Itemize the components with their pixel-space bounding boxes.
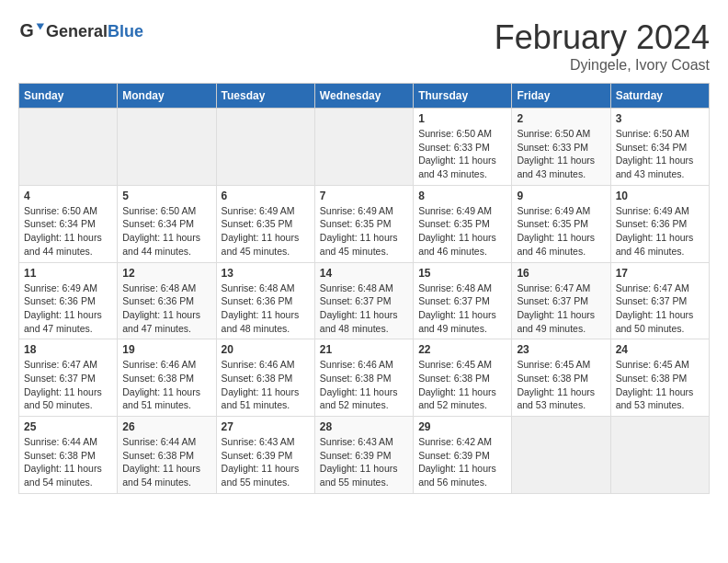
calendar-cell: 20Sunrise: 6:46 AM Sunset: 6:38 PM Dayli…	[216, 339, 314, 417]
calendar-cell: 26Sunrise: 6:44 AM Sunset: 6:38 PM Dayli…	[118, 417, 216, 494]
day-detail: Sunrise: 6:42 AM Sunset: 6:39 PM Dayligh…	[418, 435, 506, 489]
weekday-header: Wednesday	[314, 84, 413, 109]
day-number: 20	[222, 343, 310, 356]
day-detail: Sunrise: 6:49 AM Sunset: 6:35 PM Dayligh…	[320, 204, 408, 259]
day-detail: Sunrise: 6:49 AM Sunset: 6:35 PM Dayligh…	[517, 204, 605, 259]
calendar-week-row: 11Sunrise: 6:49 AM Sunset: 6:36 PM Dayli…	[19, 262, 710, 339]
day-number: 13	[222, 267, 310, 280]
calendar-cell: 18Sunrise: 6:47 AM Sunset: 6:37 PM Dayli…	[19, 339, 118, 417]
logo-icon: G	[18, 18, 44, 44]
calendar-cell: 5Sunrise: 6:50 AM Sunset: 6:34 PM Daylig…	[118, 185, 216, 262]
day-number: 28	[320, 420, 408, 433]
day-detail: Sunrise: 6:43 AM Sunset: 6:39 PM Dayligh…	[320, 435, 408, 489]
day-detail: Sunrise: 6:45 AM Sunset: 6:38 PM Dayligh…	[517, 358, 605, 412]
calendar-cell: 1Sunrise: 6:50 AM Sunset: 6:33 PM Daylig…	[414, 109, 512, 186]
day-detail: Sunrise: 6:47 AM Sunset: 6:37 PM Dayligh…	[24, 358, 112, 412]
logo: G GeneralBlue	[18, 18, 143, 44]
day-detail: Sunrise: 6:50 AM Sunset: 6:34 PM Dayligh…	[122, 204, 210, 259]
calendar-cell: 7Sunrise: 6:49 AM Sunset: 6:35 PM Daylig…	[314, 185, 413, 262]
calendar-cell: 6Sunrise: 6:49 AM Sunset: 6:35 PM Daylig…	[216, 185, 314, 262]
day-detail: Sunrise: 6:45 AM Sunset: 6:38 PM Dayligh…	[418, 358, 506, 412]
calendar-cell: 19Sunrise: 6:46 AM Sunset: 6:38 PM Dayli…	[118, 339, 216, 417]
day-number: 19	[122, 343, 210, 356]
day-number: 21	[320, 343, 408, 356]
day-number: 4	[24, 190, 112, 202]
day-number: 2	[517, 112, 605, 125]
calendar-week-row: 18Sunrise: 6:47 AM Sunset: 6:37 PM Dayli…	[19, 339, 710, 417]
day-detail: Sunrise: 6:48 AM Sunset: 6:36 PM Dayligh…	[122, 282, 210, 336]
calendar-cell: 24Sunrise: 6:45 AM Sunset: 6:38 PM Dayli…	[610, 339, 709, 417]
day-number: 10	[616, 190, 704, 202]
day-detail: Sunrise: 6:43 AM Sunset: 6:39 PM Dayligh…	[222, 435, 310, 489]
day-number: 27	[222, 420, 310, 433]
day-detail: Sunrise: 6:45 AM Sunset: 6:38 PM Dayligh…	[616, 358, 704, 412]
calendar-cell: 27Sunrise: 6:43 AM Sunset: 6:39 PM Dayli…	[216, 417, 314, 494]
day-number: 17	[616, 267, 704, 280]
subtitle: Dyingele, Ivory Coast	[495, 57, 710, 74]
calendar-cell: 22Sunrise: 6:45 AM Sunset: 6:38 PM Dayli…	[414, 339, 512, 417]
calendar-cell: 17Sunrise: 6:47 AM Sunset: 6:37 PM Dayli…	[610, 262, 709, 339]
day-number: 7	[320, 190, 408, 202]
calendar-cell: 10Sunrise: 6:49 AM Sunset: 6:36 PM Dayli…	[610, 185, 709, 262]
day-detail: Sunrise: 6:49 AM Sunset: 6:35 PM Dayligh…	[418, 204, 506, 259]
calendar-table: SundayMondayTuesdayWednesdayThursdayFrid…	[18, 83, 710, 494]
day-detail: Sunrise: 6:44 AM Sunset: 6:38 PM Dayligh…	[24, 435, 112, 489]
day-detail: Sunrise: 6:47 AM Sunset: 6:37 PM Dayligh…	[517, 282, 605, 336]
calendar-cell: 15Sunrise: 6:48 AM Sunset: 6:37 PM Dayli…	[414, 262, 512, 339]
calendar-week-row: 4Sunrise: 6:50 AM Sunset: 6:34 PM Daylig…	[19, 185, 710, 262]
day-number: 14	[320, 267, 408, 280]
day-number: 26	[122, 420, 210, 433]
calendar-cell: 21Sunrise: 6:46 AM Sunset: 6:38 PM Dayli…	[314, 339, 413, 417]
day-number: 22	[418, 343, 506, 356]
calendar-cell: 4Sunrise: 6:50 AM Sunset: 6:34 PM Daylig…	[19, 185, 118, 262]
calendar-cell: 29Sunrise: 6:42 AM Sunset: 6:39 PM Dayli…	[414, 417, 512, 494]
day-number: 18	[24, 343, 112, 356]
calendar-cell: 8Sunrise: 6:49 AM Sunset: 6:35 PM Daylig…	[414, 185, 512, 262]
calendar-cell: 12Sunrise: 6:48 AM Sunset: 6:36 PM Dayli…	[118, 262, 216, 339]
day-detail: Sunrise: 6:50 AM Sunset: 6:34 PM Dayligh…	[24, 204, 112, 259]
calendar-cell: 9Sunrise: 6:49 AM Sunset: 6:35 PM Daylig…	[512, 185, 610, 262]
weekday-header: Sunday	[19, 84, 118, 109]
calendar-cell: 28Sunrise: 6:43 AM Sunset: 6:39 PM Dayli…	[314, 417, 413, 494]
day-number: 9	[517, 190, 605, 202]
calendar-cell: 23Sunrise: 6:45 AM Sunset: 6:38 PM Dayli…	[512, 339, 610, 417]
day-number: 16	[517, 267, 605, 280]
calendar-cell: 25Sunrise: 6:44 AM Sunset: 6:38 PM Dayli…	[19, 417, 118, 494]
day-detail: Sunrise: 6:46 AM Sunset: 6:38 PM Dayligh…	[122, 358, 210, 412]
calendar-cell	[314, 109, 413, 186]
calendar-cell: 14Sunrise: 6:48 AM Sunset: 6:37 PM Dayli…	[314, 262, 413, 339]
main-title: February 2024	[495, 18, 710, 57]
title-block: February 2024 Dyingele, Ivory Coast	[495, 18, 710, 74]
calendar-cell	[216, 109, 314, 186]
calendar-cell: 11Sunrise: 6:49 AM Sunset: 6:36 PM Dayli…	[19, 262, 118, 339]
calendar-cell	[610, 417, 709, 494]
day-detail: Sunrise: 6:48 AM Sunset: 6:36 PM Dayligh…	[222, 282, 310, 336]
weekday-header: Saturday	[610, 84, 709, 109]
day-number: 11	[24, 267, 112, 280]
day-number: 15	[418, 267, 506, 280]
day-detail: Sunrise: 6:47 AM Sunset: 6:37 PM Dayligh…	[616, 282, 704, 336]
day-number: 1	[418, 112, 506, 125]
weekday-header: Tuesday	[216, 84, 314, 109]
calendar-week-row: 25Sunrise: 6:44 AM Sunset: 6:38 PM Dayli…	[19, 417, 710, 494]
day-number: 3	[616, 112, 704, 125]
weekday-header: Thursday	[414, 84, 512, 109]
calendar-cell	[19, 109, 118, 186]
day-detail: Sunrise: 6:48 AM Sunset: 6:37 PM Dayligh…	[320, 282, 408, 336]
day-detail: Sunrise: 6:48 AM Sunset: 6:37 PM Dayligh…	[418, 282, 506, 336]
day-detail: Sunrise: 6:46 AM Sunset: 6:38 PM Dayligh…	[320, 358, 408, 412]
calendar-cell	[512, 417, 610, 494]
calendar-cell: 3Sunrise: 6:50 AM Sunset: 6:34 PM Daylig…	[610, 109, 709, 186]
svg-text:G: G	[19, 20, 33, 40]
svg-marker-1	[37, 24, 44, 30]
weekday-header: Monday	[118, 84, 216, 109]
weekday-header: Friday	[512, 84, 610, 109]
day-number: 8	[418, 190, 506, 202]
calendar-cell: 2Sunrise: 6:50 AM Sunset: 6:33 PM Daylig…	[512, 109, 610, 186]
day-detail: Sunrise: 6:50 AM Sunset: 6:33 PM Dayligh…	[517, 127, 605, 181]
day-detail: Sunrise: 6:44 AM Sunset: 6:38 PM Dayligh…	[122, 435, 210, 489]
day-detail: Sunrise: 6:49 AM Sunset: 6:36 PM Dayligh…	[616, 204, 704, 259]
day-detail: Sunrise: 6:49 AM Sunset: 6:36 PM Dayligh…	[24, 282, 112, 336]
day-detail: Sunrise: 6:50 AM Sunset: 6:34 PM Dayligh…	[616, 127, 704, 181]
calendar-cell: 13Sunrise: 6:48 AM Sunset: 6:36 PM Dayli…	[216, 262, 314, 339]
